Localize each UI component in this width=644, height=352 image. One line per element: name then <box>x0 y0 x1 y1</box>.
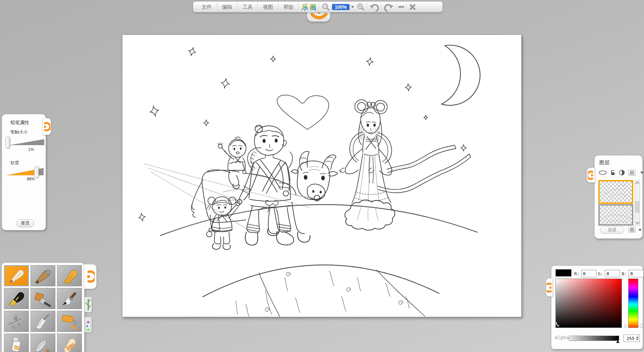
menu-icon <box>630 228 634 231</box>
leaf-knife-icon <box>33 336 53 352</box>
rainbow-logo-icon-le: 乐 <box>301 3 309 11</box>
sparkle-star <box>187 47 197 57</box>
new-layer-button[interactable]: 新建 <box>600 226 624 234</box>
red-input[interactable] <box>581 270 596 277</box>
tool-palette-knife[interactable] <box>31 311 55 332</box>
layer-opacity-icon[interactable] <box>619 170 625 176</box>
tool-palette-grip[interactable] <box>84 264 97 289</box>
undo-button[interactable] <box>367 2 381 12</box>
alpha-slider[interactable] <box>569 336 619 341</box>
current-color-swatch[interactable] <box>555 269 572 277</box>
color-panel-grip[interactable] <box>546 278 553 297</box>
spinner-down-icon <box>636 339 639 340</box>
brush-size-slider[interactable] <box>9 139 44 145</box>
zoom-level-value[interactable]: 100% <box>332 4 350 10</box>
layer-thumbnail-selected[interactable] <box>598 180 633 204</box>
alpha-label: Alpha <box>555 335 569 340</box>
canvas-drawing <box>122 35 521 317</box>
layer-lock-icon[interactable] <box>610 170 615 176</box>
sparkle-star <box>204 120 209 126</box>
menu-help[interactable]: 帮助 <box>278 3 299 11</box>
tool-crayon[interactable] <box>57 265 82 286</box>
layers-bottom-menu-caret[interactable] <box>638 229 642 231</box>
sparkle-star <box>461 144 467 151</box>
sparkle-star <box>424 115 428 120</box>
tool-eraser[interactable] <box>57 334 82 352</box>
close-icon <box>409 3 417 11</box>
fountain-pen-icon <box>6 290 26 307</box>
redo-icon <box>384 2 394 12</box>
orange-hook-icon <box>86 269 95 284</box>
hue-marker-left[interactable] <box>625 324 628 328</box>
spinner-up-icon <box>636 336 639 338</box>
menu-tools[interactable]: 工具 <box>237 3 258 11</box>
zoom-dropdown-caret[interactable] <box>351 6 354 8</box>
pencil-panel-grip[interactable] <box>42 118 51 135</box>
zoom-out-button[interactable] <box>319 2 332 12</box>
tool-paint-bottle[interactable] <box>4 334 29 352</box>
layer-menu-button[interactable] <box>628 170 636 176</box>
zoom-in-button[interactable] <box>354 2 367 12</box>
crescent-moon <box>441 45 480 106</box>
alpha-spinner[interactable] <box>636 336 639 340</box>
brush-size-slider-thumb[interactable] <box>5 136 10 149</box>
milky-way-river <box>203 265 439 317</box>
menu-file[interactable]: 文件 <box>197 3 217 11</box>
tool-pencil[interactable] <box>4 265 29 286</box>
menu-edit[interactable]: 编辑 <box>217 3 237 11</box>
alpha-value-box[interactable]: 255 <box>624 335 640 342</box>
paint-roller-icon <box>59 313 79 330</box>
orange-hook-icon <box>588 170 594 181</box>
green-input[interactable] <box>605 270 620 277</box>
tool-leaf-knife[interactable] <box>31 334 55 352</box>
tool-pencil-tip[interactable] <box>31 265 55 286</box>
undo-icon <box>369 2 379 12</box>
reset-button[interactable]: 重置 <box>16 219 34 227</box>
tool-flat-brush[interactable] <box>31 288 55 309</box>
redo-button[interactable] <box>382 2 396 12</box>
layer-thumbnail[interactable] <box>598 204 633 226</box>
layers-bottom-menu-button[interactable] <box>628 227 636 233</box>
sparkle-star <box>366 57 374 66</box>
paint-bottle-icon <box>6 336 26 352</box>
drawing-canvas[interactable] <box>122 35 522 317</box>
alpha-value: 255 <box>627 336 634 341</box>
scroll-down-icon <box>635 221 640 225</box>
ink-brush-icon <box>59 290 79 307</box>
layer-visibility-icon[interactable] <box>599 170 607 175</box>
tool-ink-brush[interactable] <box>57 288 82 309</box>
hue-bar[interactable] <box>628 279 638 328</box>
hue-marker-right[interactable] <box>639 324 642 328</box>
cowherd-man <box>237 125 294 245</box>
green-label: G: <box>598 271 603 276</box>
pencil-properties-panel: 铅笔属性 笔触大小 1% 软度 86% 重置 <box>2 114 46 230</box>
softness-slider-thumb[interactable] <box>34 166 39 178</box>
picture-stamps-tab[interactable] <box>85 317 92 333</box>
layers-panel-grip[interactable] <box>587 168 595 183</box>
layers-panel-title: 图层 <box>599 160 609 166</box>
tool-paint-roller[interactable] <box>57 311 82 332</box>
brush-tool-palette <box>1 262 85 352</box>
main-toolbar: 文件 编辑 工具 视图 帮助 乐画 100% <box>193 1 443 12</box>
sparkle-star <box>149 105 160 117</box>
menu-view[interactable]: 视图 <box>258 3 278 11</box>
tool-fountain-pen[interactable] <box>4 288 29 309</box>
sparkle-star <box>138 213 146 222</box>
alpha-slider-marker[interactable] <box>616 340 620 343</box>
layer-menu-caret[interactable] <box>640 172 644 174</box>
blue-input[interactable] <box>629 270 644 277</box>
layers-scrollbar[interactable] <box>635 180 640 226</box>
layers-panel: 图层 新建 <box>594 155 643 239</box>
close-button[interactable] <box>407 2 419 12</box>
sparkle-star <box>405 83 412 91</box>
eraser-icon <box>59 336 79 352</box>
ground-arc <box>160 204 477 235</box>
scrollbar-thumb[interactable] <box>635 201 639 213</box>
tool-airbrush[interactable] <box>4 311 29 332</box>
orange-hook-icon <box>43 121 50 132</box>
flat-brush-icon <box>33 290 53 307</box>
saturation-value-square[interactable] <box>555 279 622 328</box>
brush-size-label: 笔触大小 <box>10 129 28 135</box>
bamboo-brushes-tab[interactable] <box>85 297 92 312</box>
minimize-button[interactable] <box>396 2 406 12</box>
